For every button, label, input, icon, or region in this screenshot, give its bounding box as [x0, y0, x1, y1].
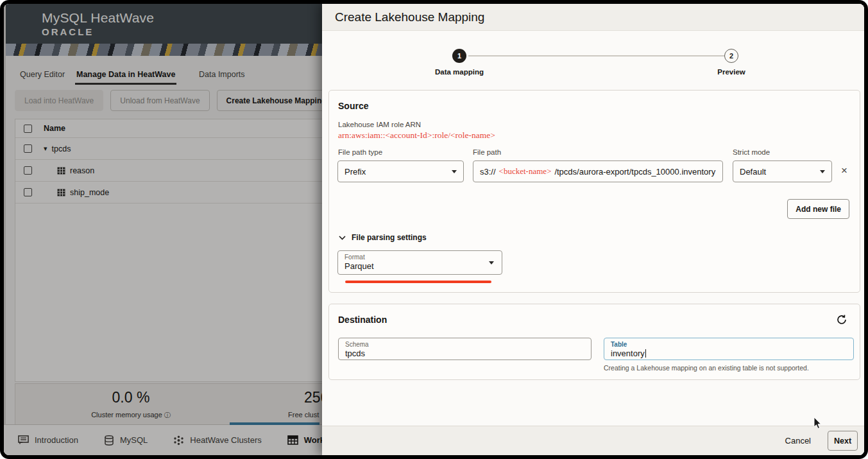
chevron-down-icon: [339, 236, 346, 240]
iam-role-arn-value: arn:aws:iam::<account-Id>:role/<role-nam…: [338, 130, 495, 141]
destination-heading: Destination: [338, 315, 387, 325]
strict-mode-label: Strict mode: [733, 148, 770, 156]
strict-mode-select[interactable]: Default: [733, 160, 832, 182]
app-screen: MySQL HeatWave ORACLE Query Editor Manag…: [4, 4, 864, 455]
schema-field[interactable]: Schema tpcds: [338, 338, 591, 360]
next-button[interactable]: Next: [828, 431, 858, 451]
text-cursor: [645, 349, 646, 358]
drawer-footer: Cancel Next: [322, 426, 864, 455]
drawer-title: Create Lakehouse Mapping: [335, 10, 484, 24]
step-2-circle: 2: [724, 49, 738, 63]
file-path-type-select[interactable]: Prefix: [337, 160, 464, 182]
bucket-name-placeholder: <bucket-name>: [499, 166, 552, 177]
cancel-button[interactable]: Cancel: [785, 436, 811, 446]
step-2-label: Preview: [686, 68, 776, 76]
drawer-header: Create Lakehouse Mapping: [322, 4, 864, 31]
file-path-type-label: File path type: [338, 148, 382, 156]
screenshot-frame: MySQL HeatWave ORACLE Query Editor Manag…: [0, 0, 868, 459]
mouse-cursor: [813, 417, 822, 430]
caret-down-icon: [452, 170, 457, 173]
format-label: Format: [345, 254, 495, 261]
step-connector-line: [468, 55, 724, 56]
caret-down-icon: [820, 170, 825, 173]
source-heading: Source: [338, 101, 368, 111]
source-card: Source Lakehouse IAM role ARN arn:aws:ia…: [328, 90, 860, 293]
wizard-stepper: 1 2 Data mapping Preview: [322, 31, 864, 82]
remove-file-row-icon[interactable]: ×: [841, 164, 847, 177]
iam-role-arn-label: Lakehouse IAM role ARN: [338, 121, 421, 128]
table-helper-text: Creating a Lakehouse mapping on an exist…: [604, 364, 809, 372]
file-path-rest: /tpcds/aurora-export/tpcds_10000.invento…: [554, 167, 715, 177]
table-field[interactable]: Table inventory: [604, 338, 854, 360]
annotation-red-underline: [345, 281, 491, 283]
schema-value: tpcds: [345, 349, 584, 358]
caret-down-icon: [489, 261, 494, 264]
table-value: inventory: [611, 349, 645, 358]
file-path-input[interactable]: s3:// <bucket-name> /tpcds/aurora-export…: [473, 160, 723, 182]
file-path-scheme: s3://: [480, 167, 496, 177]
format-value: Parquet: [345, 261, 495, 271]
create-lakehouse-mapping-drawer: Create Lakehouse Mapping 1 2 Data mappin…: [322, 4, 864, 455]
schema-label: Schema: [345, 341, 584, 348]
refresh-icon[interactable]: [835, 313, 848, 326]
destination-card: Destination Schema tpcds Table inventory…: [328, 304, 860, 380]
step-1-label: Data mapping: [414, 68, 504, 76]
table-label: Table: [611, 341, 847, 348]
add-new-file-button[interactable]: Add new file: [787, 199, 849, 219]
format-select[interactable]: Format Parquet: [337, 250, 502, 275]
file-path-label: File path: [473, 148, 501, 156]
file-parsing-settings-toggle[interactable]: File parsing settings: [339, 233, 427, 242]
step-1-circle: 1: [452, 49, 466, 63]
